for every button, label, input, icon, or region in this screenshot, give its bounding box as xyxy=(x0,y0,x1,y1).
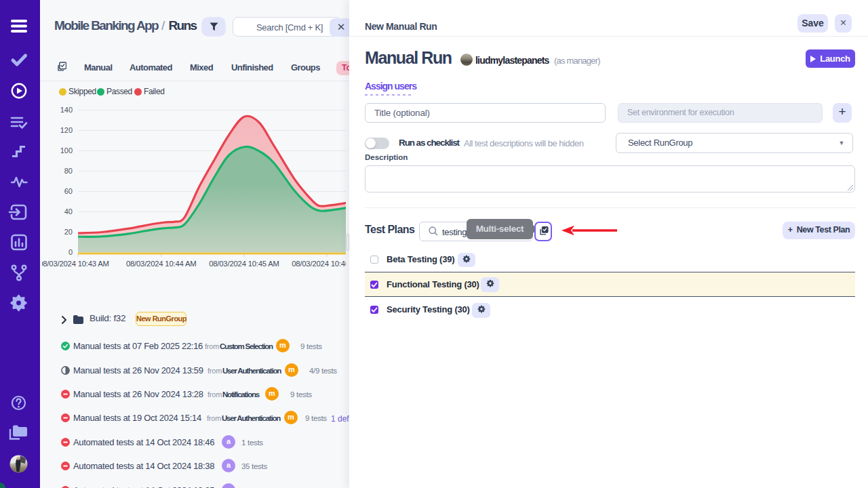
svg-text:0: 0 xyxy=(68,248,73,256)
svg-text:40: 40 xyxy=(64,207,73,216)
svg-text:20: 20 xyxy=(64,228,73,236)
svg-text:60: 60 xyxy=(64,187,73,195)
svg-text:80: 80 xyxy=(64,167,73,175)
svg-text:08/03/2024 10:45 AM: 08/03/2024 10:45 AM xyxy=(209,260,279,268)
svg-text:08/03/2024 10:43 AM: 08/03/2024 10:43 AM xyxy=(40,260,109,268)
svg-text:120: 120 xyxy=(60,126,73,134)
svg-text:08/03/2024 10:44 AM: 08/03/2024 10:44 AM xyxy=(126,260,197,268)
svg-text:100: 100 xyxy=(60,146,73,155)
svg-text:140: 140 xyxy=(60,106,73,114)
svg-text:08/03/2024 10:46 AM: 08/03/2024 10:46 AM xyxy=(292,260,349,268)
